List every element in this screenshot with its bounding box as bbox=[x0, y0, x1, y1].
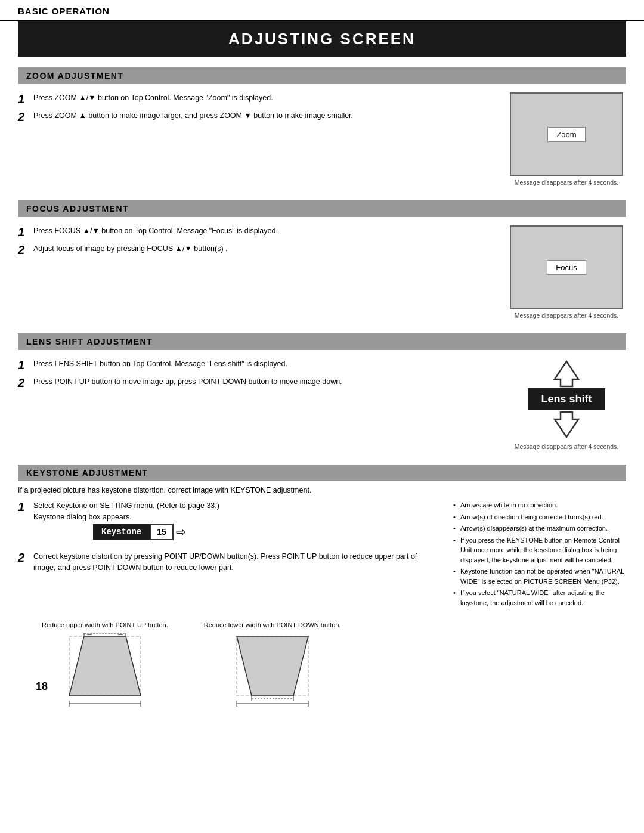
lens-shift-content: 1 Press LENS SHIFT button on Top Control… bbox=[18, 350, 626, 454]
zoom-msg: Message disappears after 4 seconds. bbox=[515, 179, 619, 186]
keystone-section: KEYSTONE ADJUSTMENT If a projected pictu… bbox=[18, 465, 626, 711]
keystone-bullets: Arrows are white in no correction. Arrow… bbox=[453, 500, 626, 609]
keystone-header: KEYSTONE ADJUSTMENT bbox=[18, 465, 626, 481]
zoom-visual: Zoom Message disappears after 4 seconds. bbox=[507, 92, 626, 186]
bullet-item: Arrow(s) of direction being corrected tu… bbox=[453, 512, 626, 522]
focus-text: 1 Press FOCUS ▲/▼ button on Top Control.… bbox=[18, 225, 495, 319]
focus-step1-text: Press FOCUS ▲/▼ button on Top Control. M… bbox=[33, 225, 278, 237]
bullet-item: Keystone function can not be operated wh… bbox=[453, 566, 626, 586]
focus-section: FOCUS ADJUSTMENT 1 Press FOCUS ▲/▼ butto… bbox=[18, 200, 626, 323]
diagram-upper: Reduce upper width with POINT UP button. bbox=[42, 621, 168, 711]
zoom-screen-label: Zoom bbox=[547, 127, 585, 142]
arrow-up-icon bbox=[552, 358, 581, 388]
focus-step2: 2 Adjust focus of image by pressing FOCU… bbox=[18, 243, 495, 256]
lens-shift-section: LENS SHIFT ADJUSTMENT 1 Press LENS SHIFT… bbox=[18, 333, 626, 454]
top-header: BASIC OPERATION bbox=[0, 0, 644, 21]
keystone-step2: 2 Correct keystone distortion by pressin… bbox=[18, 551, 441, 574]
lens-shift-step2: 2 Press POINT UP button to move image up… bbox=[18, 376, 495, 389]
lens-shift-visual: Lens shift Message disappears after 4 se… bbox=[507, 358, 626, 450]
bullet-item: Arrows are white in no correction. bbox=[453, 500, 626, 510]
keystone-content: 1 Select Keystone on SETTING menu. (Refe… bbox=[18, 500, 626, 609]
focus-header: FOCUS ADJUSTMENT bbox=[18, 200, 626, 217]
diagram2-svg bbox=[225, 633, 320, 711]
keystone-step1-sub: Keystone dialog box appears. bbox=[33, 512, 219, 523]
bullet-item: If you press the KEYSTONE button on Remo… bbox=[453, 535, 626, 565]
diagram1-svg bbox=[57, 633, 153, 711]
page-title-banner: ADJUSTING SCREEN bbox=[18, 21, 626, 57]
svg-marker-0 bbox=[555, 361, 578, 386]
zoom-text: 1 Press ZOOM ▲/▼ button on Top Control. … bbox=[18, 92, 495, 186]
main-content: ADJUSTING SCREEN ZOOM ADJUSTMENT 1 Press… bbox=[0, 21, 644, 729]
zoom-step1-text: Press ZOOM ▲/▼ button on Top Control. Me… bbox=[33, 92, 273, 104]
svg-marker-3 bbox=[69, 636, 141, 696]
keystone-step1: 1 Select Keystone on SETTING menu. (Refe… bbox=[18, 500, 441, 546]
zoom-content: 1 Press ZOOM ▲/▼ button on Top Control. … bbox=[18, 84, 626, 190]
lens-shift-text: 1 Press LENS SHIFT button on Top Control… bbox=[18, 358, 495, 450]
zoom-step2-text: Press ZOOM ▲ button to make image larger… bbox=[33, 110, 353, 122]
zoom-header: ZOOM ADJUSTMENT bbox=[18, 67, 626, 84]
keystone-value: 15 bbox=[150, 524, 174, 540]
lens-shift-header: LENS SHIFT ADJUSTMENT bbox=[18, 333, 626, 350]
lens-shift-step1-text: Press LENS SHIFT button on Top Control. … bbox=[33, 358, 287, 370]
keystone-step1-text: Select Keystone on SETTING menu. (Refer … bbox=[33, 500, 219, 512]
keystone-intro: If a projected picture has keystone dist… bbox=[18, 486, 626, 494]
lens-shift-msg: Message disappears after 4 seconds. bbox=[515, 443, 619, 450]
zoom-screen: Zoom bbox=[510, 92, 623, 176]
diagram1-label: Reduce upper width with POINT UP button. bbox=[42, 621, 168, 628]
keystone-name: Keystone bbox=[93, 524, 150, 540]
keystone-display: Keystone 15 ⇨ bbox=[93, 524, 219, 540]
focus-msg: Message disappears after 4 seconds. bbox=[515, 312, 619, 319]
keystone-step2-text: Correct keystone distortion by pressing … bbox=[33, 551, 441, 574]
bullet-item: If you select "NATURAL WIDE" after adjus… bbox=[453, 588, 626, 608]
focus-screen-label: Focus bbox=[547, 260, 586, 275]
keystone-arrow-icon: ⇨ bbox=[176, 525, 186, 539]
focus-content: 1 Press FOCUS ▲/▼ button on Top Control.… bbox=[18, 217, 626, 323]
keystone-left: 1 Select Keystone on SETTING menu. (Refe… bbox=[18, 500, 441, 609]
lens-shift-step2-text: Press POINT UP button to move image up, … bbox=[33, 376, 342, 388]
keystone-diagrams: Reduce upper width with POINT UP button. bbox=[18, 621, 626, 711]
bullet-item: Arrow(s) disappears(s) at the maximum co… bbox=[453, 524, 626, 534]
bullet-list: Arrows are white in no correction. Arrow… bbox=[453, 500, 626, 608]
zoom-section: ZOOM ADJUSTMENT 1 Press ZOOM ▲/▼ button … bbox=[18, 67, 626, 190]
page-number: 18 bbox=[36, 680, 48, 693]
focus-screen: Focus bbox=[510, 225, 623, 309]
svg-marker-13 bbox=[237, 636, 308, 696]
lens-shift-label: Lens shift bbox=[528, 388, 605, 410]
zoom-step1: 1 Press ZOOM ▲/▼ button on Top Control. … bbox=[18, 92, 495, 106]
lens-shift-step1: 1 Press LENS SHIFT button on Top Control… bbox=[18, 358, 495, 371]
diagram-lower: Reduce lower width with POINT DOWN butto… bbox=[204, 621, 341, 711]
arrow-down-icon bbox=[552, 410, 581, 440]
lens-shift-box: Lens shift bbox=[528, 358, 605, 440]
diagram2-label: Reduce lower width with POINT DOWN butto… bbox=[204, 621, 341, 628]
svg-marker-1 bbox=[555, 412, 578, 437]
zoom-step2: 2 Press ZOOM ▲ button to make image larg… bbox=[18, 110, 495, 123]
focus-step2-text: Adjust focus of image by pressing FOCUS … bbox=[33, 243, 228, 255]
header-title: BASIC OPERATION bbox=[18, 6, 110, 16]
focus-step1: 1 Press FOCUS ▲/▼ button on Top Control.… bbox=[18, 225, 495, 239]
focus-visual: Focus Message disappears after 4 seconds… bbox=[507, 225, 626, 319]
page-title: ADJUSTING SCREEN bbox=[18, 30, 626, 48]
